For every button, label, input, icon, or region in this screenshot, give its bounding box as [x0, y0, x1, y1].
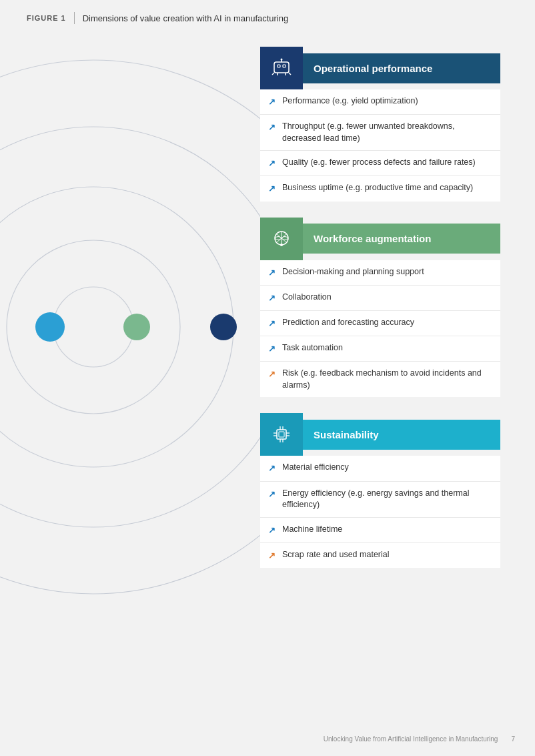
item-text: Material efficiency — [282, 462, 349, 474]
brain-icon — [269, 226, 294, 252]
arrow-icon-blue: ↗ — [268, 183, 276, 195]
section-header-op-perf: Operational performance — [260, 47, 500, 89]
svg-point-6 — [123, 314, 150, 340]
svg-rect-23 — [279, 432, 284, 437]
sustain-icon-box — [260, 413, 303, 456]
op-perf-icon-box — [260, 47, 303, 89]
list-item: ↗ Quality (e.g. fewer process defects an… — [260, 151, 500, 176]
item-text: Quality (e.g. fewer process defects and … — [282, 157, 476, 169]
list-item: ↗ Business uptime (e.g. productive time … — [260, 176, 500, 201]
item-text: Scrap rate and used material — [282, 549, 390, 561]
svg-rect-8 — [274, 62, 289, 73]
item-text: Collaboration — [282, 292, 332, 304]
header-divider — [74, 12, 75, 24]
svg-rect-22 — [277, 430, 286, 439]
page: FIGURE 1 Dimensions of value creation wi… — [0, 0, 535, 756]
svg-point-1 — [7, 240, 180, 414]
svg-rect-10 — [283, 65, 286, 67]
header-title: Dimensions of value creation with AI in … — [83, 13, 289, 23]
item-text: Machine lifetime — [282, 524, 342, 536]
item-text: Decision-making and planning support — [282, 266, 424, 278]
list-item: ↗ Material efficiency — [260, 456, 500, 481]
item-text: Prediction and forecasting accuracy — [282, 317, 414, 329]
arrow-icon-blue: ↗ — [268, 524, 276, 536]
workforce-item-list: ↗ Decision-making and planning support ↗… — [260, 260, 500, 398]
circles-area — [0, 40, 260, 641]
item-text: Throughput (e.g. fewer unwanted breakdow… — [282, 121, 492, 144]
list-item: ↗ Scrap rate and used material — [260, 543, 500, 568]
svg-point-7 — [210, 314, 237, 340]
sustain-title: Sustainability — [303, 420, 500, 450]
svg-line-14 — [289, 73, 291, 75]
op-perf-item-list: ↗ Performance (e.g. yield optimization) … — [260, 89, 500, 202]
arrow-icon-blue: ↗ — [268, 96, 276, 108]
arrow-icon-blue: ↗ — [268, 462, 276, 474]
arrow-icon-blue: ↗ — [268, 343, 276, 355]
list-item: ↗ Risk (e.g. feedback mechanism to avoid… — [260, 362, 500, 397]
page-footer: Unlocking Value from Artificial Intellig… — [324, 735, 515, 743]
circuit-icon — [269, 422, 294, 447]
list-item: ↗ Machine lifetime — [260, 518, 500, 543]
right-content: Operational performance ↗ Performance (e… — [260, 47, 514, 584]
svg-rect-9 — [278, 65, 280, 67]
header: FIGURE 1 Dimensions of value creation wi… — [0, 0, 535, 31]
arrow-icon-blue: ↗ — [268, 318, 276, 330]
workforce-icon-box — [260, 218, 303, 260]
item-text: Risk (e.g. feedback mechanism to avoid i… — [282, 368, 492, 391]
list-item: ↗ Throughput (e.g. fewer unwanted breakd… — [260, 115, 500, 151]
arrow-icon-blue: ↗ — [268, 488, 276, 500]
figure-label: FIGURE 1 — [27, 14, 66, 22]
list-item: ↗ Decision-making and planning support — [260, 260, 500, 286]
robot-icon — [269, 55, 294, 81]
svg-point-21 — [280, 244, 283, 246]
svg-point-12 — [281, 59, 283, 61]
section-sustainability: Sustainability ↗ Material efficiency ↗ E… — [260, 413, 500, 568]
arrow-icon-blue: ↗ — [268, 121, 276, 133]
item-text: Performance (e.g. yield optimization) — [282, 95, 418, 107]
section-header-sustain: Sustainability — [260, 413, 500, 456]
section-header-workforce: Workforce augmentation — [260, 218, 500, 260]
item-text: Task automation — [282, 342, 343, 354]
svg-line-13 — [272, 73, 274, 75]
list-item: ↗ Collaboration — [260, 286, 500, 311]
section-workforce-augmentation: Workforce augmentation ↗ Decision-making… — [260, 218, 500, 398]
sustain-item-list: ↗ Material efficiency ↗ Energy efficienc… — [260, 456, 500, 568]
section-operational-performance: Operational performance ↗ Performance (e… — [260, 47, 500, 202]
arrow-icon-blue: ↗ — [268, 267, 276, 279]
arrow-icon-orange: ↗ — [268, 368, 276, 380]
footer-text: Unlocking Value from Artificial Intellig… — [324, 735, 498, 743]
circles-svg — [0, 40, 260, 641]
op-perf-title: Operational performance — [303, 53, 500, 83]
arrow-icon-blue: ↗ — [268, 292, 276, 304]
page-number: 7 — [511, 735, 515, 743]
list-item: ↗ Prediction and forecasting accuracy — [260, 311, 500, 336]
arrow-icon-blue: ↗ — [268, 157, 276, 169]
list-item: ↗ Energy efficiency (e.g. energy savings… — [260, 482, 500, 518]
item-text: Energy efficiency (e.g. energy savings a… — [282, 488, 492, 511]
workforce-title: Workforce augmentation — [303, 224, 500, 254]
svg-point-5 — [35, 312, 65, 342]
list-item: ↗ Performance (e.g. yield optimization) — [260, 89, 500, 115]
arrow-icon-orange: ↗ — [268, 550, 276, 562]
svg-point-0 — [53, 287, 133, 367]
svg-point-2 — [0, 187, 233, 467]
item-text: Business uptime (e.g. productive time an… — [282, 182, 473, 194]
list-item: ↗ Task automation — [260, 336, 500, 362]
